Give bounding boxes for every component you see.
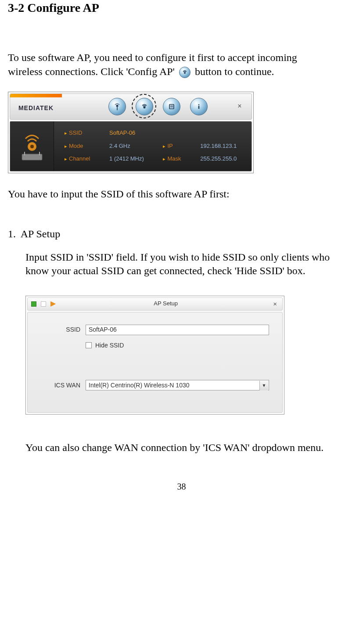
row-ssid: SSID SoftAP-06 bbox=[41, 325, 269, 335]
paragraph-ics-wan: You can also change WAN connection by 'I… bbox=[25, 441, 355, 454]
antenna-icon[interactable] bbox=[108, 98, 126, 115]
intro-paragraph: To use software AP, you need to configur… bbox=[8, 51, 355, 78]
ics-wan-value: Intel(R) Centrino(R) Wireless-N 1030 bbox=[89, 381, 190, 389]
screenshot-mediatek-panel: MEDIATEK × bbox=[8, 92, 254, 173]
value-mode: 2.4 GHz bbox=[109, 143, 151, 150]
close-button[interactable]: × bbox=[232, 101, 247, 112]
status-grid: SSID SoftAP-06 Mode 2.4 GHz IP 192.168.1… bbox=[54, 122, 252, 171]
list-item-1: 1. AP Setup bbox=[8, 227, 355, 241]
value-ssid: SoftAP-06 bbox=[109, 129, 244, 137]
ssid-input[interactable]: SoftAP-06 bbox=[86, 325, 269, 335]
label-ip: IP bbox=[163, 143, 188, 150]
window-body: SSID SoftAP-06 Hide SSID ICS WAN Intel(R… bbox=[27, 312, 283, 413]
label-mode: Mode bbox=[65, 143, 97, 150]
toolbar-icons bbox=[62, 98, 232, 115]
config-ap-icon bbox=[179, 67, 190, 78]
svg-point-0 bbox=[184, 72, 186, 74]
config-ap-button[interactable] bbox=[136, 98, 153, 115]
nav-step-icon bbox=[41, 301, 46, 307]
label-ssid-form: SSID bbox=[41, 326, 80, 333]
section-heading: 3-2 Configure AP bbox=[8, 0, 355, 16]
nav-arrow-icon[interactable]: ▶ bbox=[50, 299, 56, 308]
brand-text: MEDIATEK bbox=[18, 104, 54, 112]
value-mask: 255.255.255.0 bbox=[200, 155, 244, 163]
label-mask: Mask bbox=[163, 155, 188, 163]
list-title: AP Setup bbox=[21, 228, 60, 240]
label-ssid: SSID bbox=[65, 129, 97, 137]
label-channel: Channel bbox=[65, 155, 97, 163]
dropdown-arrow-icon[interactable]: ▼ bbox=[259, 381, 268, 390]
hide-ssid-checkbox[interactable] bbox=[86, 342, 92, 348]
window-titlebar: ▶ AP Setup × bbox=[27, 297, 283, 311]
svg-rect-4 bbox=[169, 104, 174, 109]
page-number: 38 bbox=[8, 481, 355, 492]
paragraph-ap-setup-desc: Input SSID in 'SSID' field. If you wish … bbox=[25, 250, 355, 278]
row-hide-ssid: Hide SSID bbox=[86, 341, 269, 349]
ap-device-icon bbox=[10, 122, 54, 171]
caption-1: You have to input the SSID of this softw… bbox=[8, 187, 355, 201]
screenshot-ap-setup-window: ▶ AP Setup × SSID SoftAP-06 Hide SSID IC… bbox=[25, 296, 284, 415]
value-ip: 192.168.123.1 bbox=[200, 143, 244, 150]
status-panel: SSID SoftAP-06 Mode 2.4 GHz IP 192.168.1… bbox=[10, 121, 252, 172]
nav-start-icon[interactable] bbox=[31, 301, 36, 307]
info-icon[interactable] bbox=[190, 98, 208, 115]
brand-logo: MEDIATEK bbox=[10, 94, 62, 119]
row-ics-wan: ICS WAN Intel(R) Centrino(R) Wireless-N … bbox=[41, 380, 269, 390]
list-number: 1. bbox=[8, 228, 16, 240]
toolbar: MEDIATEK × bbox=[10, 93, 252, 120]
window-close-button[interactable]: × bbox=[271, 300, 279, 308]
ics-wan-dropdown[interactable]: Intel(R) Centrino(R) Wireless-N 1030 ▼ bbox=[86, 380, 269, 390]
label-ics-wan: ICS WAN bbox=[41, 381, 80, 389]
list-icon[interactable] bbox=[163, 98, 180, 115]
label-hide-ssid: Hide SSID bbox=[95, 341, 124, 349]
window-title: AP Setup bbox=[60, 300, 271, 308]
svg-point-10 bbox=[30, 145, 34, 148]
svg-point-1 bbox=[116, 105, 119, 107]
svg-rect-8 bbox=[198, 106, 200, 109]
value-channel: 1 (2412 MHz) bbox=[109, 155, 151, 163]
brand-stripe bbox=[10, 94, 62, 97]
intro-line1: To use software AP, you need to configur… bbox=[8, 52, 297, 63]
intro-line2a: wireless connections. Click 'Config AP' bbox=[8, 66, 177, 77]
svg-point-7 bbox=[198, 104, 200, 105]
intro-line2b: button to continue. bbox=[195, 66, 274, 77]
highlight-ring bbox=[132, 94, 156, 118]
